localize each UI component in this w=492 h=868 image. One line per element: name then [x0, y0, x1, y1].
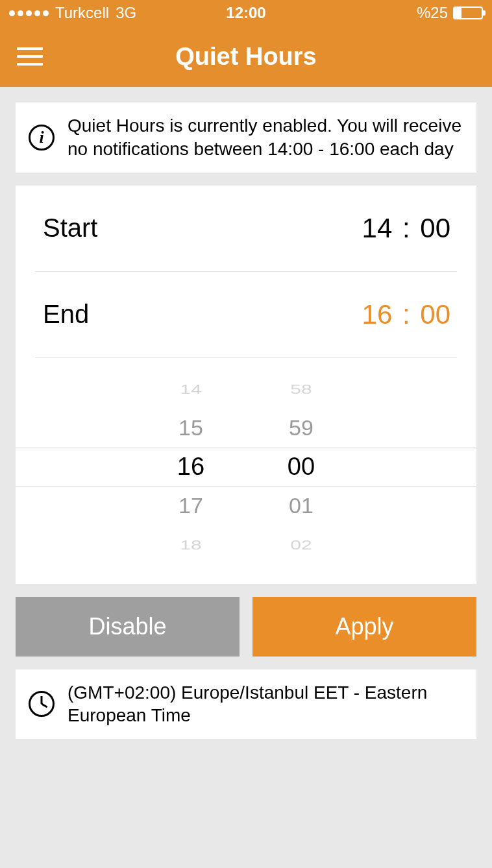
- picker-hour: 14: [165, 382, 217, 396]
- picker-hour: 15: [165, 415, 217, 440]
- picker-hour: 17: [165, 493, 217, 518]
- end-value: 16 : 00: [362, 299, 450, 330]
- picker-hour: 18: [165, 538, 217, 552]
- nav-bar: Quiet Hours: [0, 26, 492, 87]
- battery-icon: [453, 6, 483, 19]
- picker-selection-line: [16, 448, 476, 448]
- battery-percent: %25: [417, 4, 448, 22]
- status-right-group: %25: [417, 4, 483, 22]
- timezone-card[interactable]: (GMT+02:00) Europe/Istanbul EET - Easter…: [16, 669, 476, 740]
- signal-dots-icon: [9, 10, 49, 16]
- picker-row-selected: 16 00: [35, 448, 457, 487]
- clock-icon: [29, 691, 55, 717]
- end-label: End: [43, 300, 89, 329]
- start-label: Start: [43, 213, 97, 243]
- picker-minute: 59: [275, 415, 327, 440]
- info-icon: i: [29, 125, 55, 151]
- status-bar: Turkcell 3G 12:00 %25: [0, 0, 492, 26]
- carrier-label: Turkcell: [55, 4, 109, 22]
- start-value: 14 : 00: [362, 213, 450, 244]
- time-picker[interactable]: 14 58 15 59 16 00 17 01 18 02: [35, 358, 457, 584]
- picker-hour: 16: [165, 453, 217, 481]
- status-left-group: Turkcell 3G: [9, 4, 136, 22]
- timezone-text: (GMT+02:00) Europe/Istanbul EET - Easter…: [68, 681, 462, 728]
- content-area: i Quiet Hours is currently enabled. You …: [0, 87, 492, 754]
- picker-row: 17 01: [35, 487, 457, 525]
- picker-row: 14 58: [35, 370, 457, 409]
- disable-button[interactable]: Disable: [16, 597, 240, 657]
- picker-selection-line: [16, 487, 476, 487]
- page-title: Quiet Hours: [0, 43, 492, 71]
- button-row: Disable Apply: [16, 597, 476, 657]
- end-time-row[interactable]: End 16 : 00: [35, 272, 457, 358]
- picker-minute: 02: [275, 538, 327, 552]
- picker-minute: 01: [275, 493, 327, 518]
- picker-row: 15 59: [35, 409, 457, 448]
- start-time-row[interactable]: Start 14 : 00: [35, 186, 457, 272]
- menu-icon[interactable]: [17, 42, 43, 71]
- picker-minute: 58: [275, 382, 327, 396]
- network-label: 3G: [116, 4, 136, 22]
- status-time: 12:00: [226, 4, 265, 22]
- info-message: Quiet Hours is currently enabled. You wi…: [68, 114, 462, 161]
- picker-minute: 00: [275, 453, 327, 481]
- info-card: i Quiet Hours is currently enabled. You …: [16, 102, 476, 173]
- picker-row: 18 02: [35, 525, 457, 564]
- apply-button[interactable]: Apply: [252, 597, 476, 657]
- time-settings-card: Start 14 : 00 End 16 : 00 14 58 15 59 16…: [16, 186, 476, 584]
